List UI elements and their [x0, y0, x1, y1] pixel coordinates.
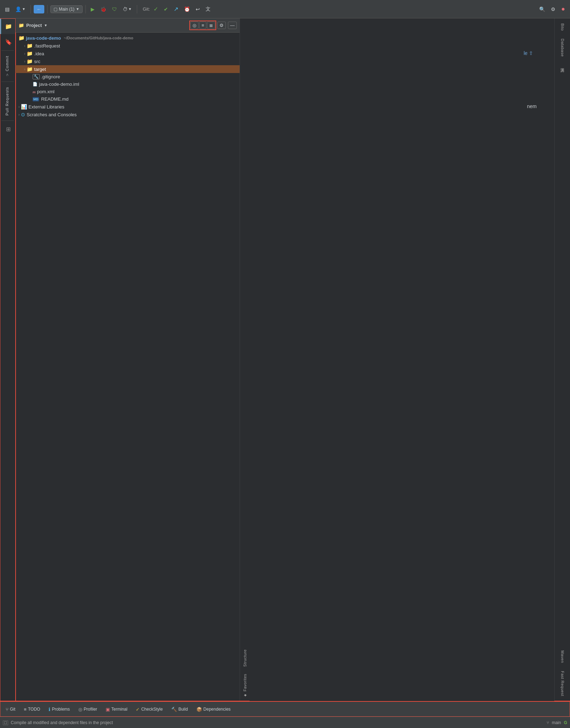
profiler-run-button[interactable]: ⏱ ▼ — [121, 5, 134, 13]
back-button[interactable]: ← — [34, 5, 44, 13]
tree-item-root[interactable]: 📁 java-code-demo ~/Documents/GitHub/java… — [16, 34, 240, 42]
project-folder-icon: 📁 — [18, 23, 24, 28]
main-config-label: Main (1) — [59, 7, 74, 12]
translate-icon: 文 — [206, 6, 211, 12]
git-history-icon: ⏰ — [184, 6, 190, 12]
bottom-tabs-bar: ⑂ Git ≡ TODO ℹ Problems ◎ Profiler ▣ Ter… — [0, 701, 570, 717]
translate-button[interactable]: 文 — [203, 5, 213, 14]
idea-folder-icon: 📁 — [27, 51, 33, 56]
user-button[interactable]: 👤 ▼ — [13, 5, 28, 13]
editor-partial-text-1: le ⇧ — [524, 50, 533, 56]
sidebar-item-window[interactable]: ⊞ — [0, 122, 16, 137]
tab-dependencies[interactable]: 📦 Dependencies — [192, 702, 235, 717]
sidebar-item-bookmark[interactable]: 🔖 — [0, 34, 16, 50]
chevron-idea: › — [24, 52, 25, 56]
panel-hide-button[interactable]: — — [228, 22, 237, 29]
separator-2 — [47, 5, 48, 13]
tree-item-fastRequest[interactable]: › 📁 .fastRequest — [16, 42, 240, 50]
dependencies-tab-icon: 📦 — [196, 707, 202, 712]
database-label: Database — [560, 39, 565, 57]
iml-name: java-code-demo.iml — [39, 82, 79, 87]
sidebar-item-project[interactable]: 📁 — [0, 18, 16, 34]
coverage-button[interactable]: 🛡 — [110, 5, 119, 13]
tab-profiler[interactable]: ◎ Profiler — [74, 702, 101, 717]
tab-todo[interactable]: ≡ TODO — [19, 702, 44, 717]
tree-item-pom[interactable]: m pom.xml — [16, 88, 240, 95]
terminal-tab-label: Terminal — [111, 707, 127, 712]
gitignore-name: .gitignore — [41, 74, 60, 79]
git-tick-button[interactable]: ✔ — [162, 5, 170, 13]
tree-item-iml[interactable]: 📄 java-code-demo.iml — [16, 80, 240, 88]
profiler-run-icon: ⏱ — [123, 6, 128, 12]
right-tab-fast-request[interactable]: Fast Request — [559, 667, 566, 700]
search-everywhere-button[interactable]: 🔍 — [537, 5, 547, 13]
git-label: Git: — [143, 6, 150, 12]
tree-item-scratches[interactable]: › ⊙ Scratches and Consoles — [16, 111, 240, 118]
git-undo-button[interactable]: ↩ — [194, 5, 202, 13]
root-path: ~/Documents/GitHub/java-code-demo — [64, 36, 133, 40]
tab-checkstyle[interactable]: ✓ CheckStyle — [132, 702, 167, 717]
jetbrains-button[interactable]: ● — [559, 4, 567, 14]
todo-tab-label: TODO — [28, 707, 40, 712]
right-sidebar: Bito Database 漢字入力 Maven Fast Request — [554, 18, 570, 701]
bookmark-icon: 🔖 — [5, 39, 12, 45]
tab-git[interactable]: ⑂ Git — [1, 702, 19, 717]
tab-build[interactable]: 🔨 Build — [167, 702, 192, 717]
tree-item-target[interactable]: › 📁 target — [16, 65, 240, 73]
settings-button[interactable]: ⚙ — [549, 5, 558, 13]
debug-button[interactable]: 🐞 — [98, 5, 108, 13]
tab-problems[interactable]: ℹ Problems — [44, 702, 74, 717]
main-layout: 📁 🔖 ⑂ Commit Pull Requests ⊞ — [0, 18, 570, 701]
separator-3 — [85, 5, 86, 13]
project-dropdown-button[interactable]: ▼ — [43, 23, 48, 27]
target-folder-icon: 📁 — [27, 66, 33, 72]
favorites-tab[interactable]: ★ Favorites — [240, 670, 249, 701]
git-push-button[interactable]: ↗ — [172, 4, 180, 14]
tree-item-readme[interactable]: MD README.md — [16, 95, 240, 103]
scratches-name: Scratches and Consoles — [27, 112, 77, 117]
chevron-ext-libs: › — [18, 105, 19, 109]
scratches-icon: ⊙ — [21, 112, 25, 117]
search-icon: 🔍 — [539, 6, 545, 12]
problems-tab-icon: ℹ — [49, 707, 50, 712]
right-tab-maven[interactable]: Maven — [559, 647, 566, 667]
layout-button[interactable]: ▤ — [3, 5, 12, 13]
collapse-button[interactable]: ≡ — [199, 22, 206, 29]
locate-file-button[interactable]: ◎ — [190, 22, 199, 29]
run-icon: ▶ — [91, 6, 95, 12]
tree-item-idea[interactable]: › 📁 .idea — [16, 50, 240, 57]
sidebar-item-commit[interactable]: ⑂ Commit — [0, 51, 15, 81]
structure-tab[interactable]: Structure — [241, 646, 249, 670]
right-tab-database[interactable]: Database — [559, 35, 566, 60]
main-editor-area: le ⇧ nem — [250, 18, 554, 701]
sidebar-item-pull-requests[interactable]: Pull Requests — [0, 83, 15, 120]
tree-item-external-libraries[interactable]: › 📊 External Libraries — [16, 103, 240, 111]
git-history-button[interactable]: ⏰ — [182, 5, 192, 13]
user-icon: 👤 — [15, 6, 21, 12]
editor-partial-text-2: nem — [527, 103, 537, 109]
todo-tab-icon: ≡ — [24, 707, 27, 712]
tree-item-src[interactable]: › 📁 src — [16, 57, 240, 65]
run-button[interactable]: ▶ — [89, 5, 97, 13]
tree-item-gitignore[interactable]: 🔧 .gitignore — [16, 73, 240, 80]
main-config-selector[interactable]: ▢ Main (1) ▼ — [50, 5, 83, 13]
pom-icon: m — [33, 90, 36, 94]
collapse-all-button[interactable]: ≣ — [207, 22, 215, 29]
git-check-button[interactable]: ✓ — [151, 4, 160, 14]
panel-settings-button[interactable]: ⚙ — [217, 22, 226, 29]
checkstyle-tab-icon: ✓ — [136, 707, 140, 712]
fastRequest-folder-icon: 📁 — [27, 43, 33, 49]
chevron-target: › — [24, 67, 25, 71]
readme-name: README.md — [41, 96, 68, 102]
gitignore-icon: 🔧 — [33, 74, 40, 79]
pom-name: pom.xml — [37, 89, 55, 94]
right-tab-bito[interactable]: Bito — [559, 20, 566, 34]
readme-icon: MD — [33, 97, 39, 101]
back-icon: ← — [37, 6, 41, 12]
right-tab-cjk[interactable]: 漢字入力 — [558, 61, 566, 69]
root-folder-icon: 📁 — [18, 35, 24, 41]
root-name: java-code-demo — [26, 35, 61, 41]
src-name: src — [34, 59, 40, 64]
settings-icon: ⚙ — [551, 6, 555, 12]
tab-terminal[interactable]: ▣ Terminal — [101, 702, 132, 717]
